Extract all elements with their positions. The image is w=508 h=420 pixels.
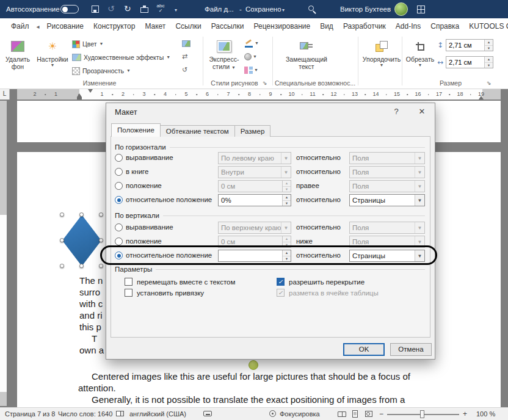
- h-relative-position-relative-select[interactable]: Страницы ▼: [349, 194, 425, 206]
- transparency-button[interactable]: Прозрачность ▼: [72, 65, 131, 77]
- tab-references[interactable]: Ссылки: [170, 18, 206, 35]
- h-alignment-relative-select[interactable]: Поля ▼: [349, 152, 425, 164]
- h-relative-position-radio[interactable]: [115, 196, 123, 204]
- ribbon-options-grid-icon[interactable]: [417, 5, 425, 13]
- tab-text-wrapping[interactable]: Обтекание текстом: [160, 125, 235, 137]
- lock-anchor-checkbox[interactable]: [125, 289, 132, 297]
- color-button[interactable]: Цвет ▼: [72, 38, 103, 50]
- first-line-indent-marker[interactable]: [88, 89, 93, 93]
- zoom-in-button[interactable]: +: [463, 410, 467, 418]
- spinner-buttons[interactable]: ▲▼: [484, 40, 493, 51]
- horizontal-ruler[interactable]: 2112345678910111213141516171819: [17, 89, 501, 100]
- h-position-relative-select[interactable]: Поля ▼: [349, 180, 425, 192]
- v-alignment-select[interactable]: По верхнему краю ▼: [218, 222, 291, 234]
- v-alignment-relative-select[interactable]: Поля ▼: [349, 222, 425, 234]
- selection-handle[interactable]: [99, 264, 103, 268]
- tab-kutools[interactable]: KUTOOLS ONL: [464, 18, 508, 35]
- selection-handle[interactable]: [60, 212, 64, 217]
- dialog-close-button[interactable]: ✕: [416, 107, 428, 116]
- corrections-button[interactable]: ☀ Настройки ▼: [35, 37, 70, 77]
- green-shape-handle[interactable]: [249, 360, 258, 370]
- selection-handle[interactable]: [60, 264, 64, 268]
- save-icon[interactable]: [92, 5, 99, 13]
- tab-draw[interactable]: Рисование: [42, 18, 89, 35]
- selection-handle[interactable]: [79, 264, 84, 268]
- saved-status-chevron-icon[interactable]: ▾: [282, 7, 285, 13]
- saved-status[interactable]: Сохранено: [245, 5, 281, 13]
- v-position-radio[interactable]: [115, 237, 123, 245]
- artistic-effects-button[interactable]: Художественные эффекты ▼: [72, 51, 170, 63]
- vertical-ruler[interactable]: [0, 101, 7, 406]
- picture-effects-button[interactable]: ▼: [244, 51, 260, 62]
- spinner-buttons[interactable]: ▲▼: [282, 181, 291, 192]
- picture-border-button[interactable]: ▼: [244, 38, 260, 49]
- focus-button[interactable]: Фокусировка: [280, 410, 320, 418]
- autosave-toggle[interactable]: [60, 5, 79, 13]
- h-relative-position-label[interactable]: относительное положение: [126, 196, 212, 203]
- word-count[interactable]: Число слов: 1640: [58, 410, 112, 418]
- h-book-layout-radio[interactable]: [115, 168, 123, 176]
- tab-mailings[interactable]: Рассылки: [206, 18, 249, 35]
- allow-overlap-checkbox[interactable]: ✓: [277, 278, 285, 286]
- h-alignment-radio[interactable]: [115, 154, 123, 162]
- zoom-level[interactable]: 100 %: [476, 410, 495, 418]
- ok-button[interactable]: OK: [343, 343, 385, 356]
- reset-picture-button[interactable]: ↺: [182, 65, 198, 76]
- dialog-help-button[interactable]: ?: [390, 107, 402, 116]
- arrange-button[interactable]: Упорядочить ▼: [362, 37, 401, 77]
- tab-position[interactable]: Положение: [111, 123, 161, 137]
- h-book-layout-select[interactable]: Внутри ▼: [218, 166, 291, 178]
- document-title[interactable]: Файл д...: [205, 5, 234, 13]
- tab-developer[interactable]: Разработчик: [338, 18, 391, 35]
- print-icon[interactable]: [140, 7, 148, 13]
- spelling-icon[interactable]: abc: [155, 4, 166, 13]
- h-alignment-label[interactable]: выравнивание: [126, 154, 173, 161]
- picture-layout-button[interactable]: ▼: [244, 65, 260, 76]
- h-alignment-select[interactable]: По левому краю ▼: [218, 152, 291, 164]
- h-position-label[interactable]: положение: [126, 182, 162, 189]
- tab-stop-selector[interactable]: L: [0, 89, 10, 100]
- zoom-out-button[interactable]: −: [379, 410, 383, 418]
- shape-width-input[interactable]: 2,71 см ▲▼: [446, 56, 493, 68]
- web-layout-button[interactable]: [365, 411, 372, 417]
- alt-text-button[interactable]: Замещающий текст: [278, 37, 335, 77]
- spinner-buttons[interactable]: ▲▼: [484, 57, 493, 68]
- keyboard-icon[interactable]: [203, 411, 212, 416]
- tab-layout[interactable]: Макет: [140, 18, 170, 35]
- tab-design[interactable]: Конструктор: [89, 18, 140, 35]
- v-position-label[interactable]: положение: [126, 237, 162, 245]
- user-avatar[interactable]: [394, 2, 408, 16]
- crop-button[interactable]: Обрезать ▼: [405, 37, 435, 77]
- picture-styles-dialog-launcher-icon[interactable]: ⇘: [263, 80, 267, 86]
- tab-help[interactable]: Справка: [426, 18, 464, 35]
- tab-view[interactable]: Вид: [315, 18, 338, 35]
- print-layout-button[interactable]: [352, 410, 358, 418]
- user-name[interactable]: Виктор Бухтеев: [340, 5, 391, 13]
- quick-styles-button[interactable]: Экспресс- стили ▼: [206, 37, 242, 77]
- table-cell-layout-checkbox[interactable]: ✓: [277, 289, 285, 297]
- selection-handle[interactable]: [99, 212, 103, 217]
- search-icon[interactable]: [308, 5, 314, 11]
- tab-scroll-left-icon[interactable]: ◂: [34, 23, 42, 30]
- size-dialog-launcher-icon[interactable]: ⇘: [487, 80, 492, 86]
- v-alignment-radio[interactable]: [115, 223, 123, 231]
- h-relative-position-input[interactable]: 0% ▲▼: [218, 194, 291, 206]
- h-position-radio[interactable]: [115, 182, 123, 190]
- selection-handle[interactable]: [99, 238, 103, 242]
- tab-review[interactable]: Рецензирование: [249, 18, 315, 35]
- cancel-button[interactable]: Отмена: [390, 343, 432, 356]
- h-book-layout-relative-select[interactable]: Поля ▼: [349, 166, 425, 178]
- language-indicator[interactable]: английский (США): [129, 410, 186, 418]
- remove-background-button[interactable]: Удалить фон: [2, 37, 33, 77]
- shape-height-input[interactable]: 2,71 см ▲▼: [446, 39, 493, 51]
- tab-file[interactable]: Файл: [6, 18, 34, 35]
- proofing-icon[interactable]: [116, 411, 124, 416]
- tab-addins[interactable]: Add-Ins: [391, 18, 426, 35]
- page-indicator[interactable]: Страница 7 из 8: [5, 410, 55, 418]
- quick-access-chevron-icon[interactable]: ▾: [175, 7, 177, 13]
- tab-size[interactable]: Размер: [234, 125, 271, 137]
- spinner-buttons[interactable]: ▲▼: [282, 195, 291, 206]
- h-book-layout-label[interactable]: в книге: [126, 168, 148, 175]
- selection-handle[interactable]: [79, 212, 84, 217]
- compress-pictures-button[interactable]: [182, 38, 198, 49]
